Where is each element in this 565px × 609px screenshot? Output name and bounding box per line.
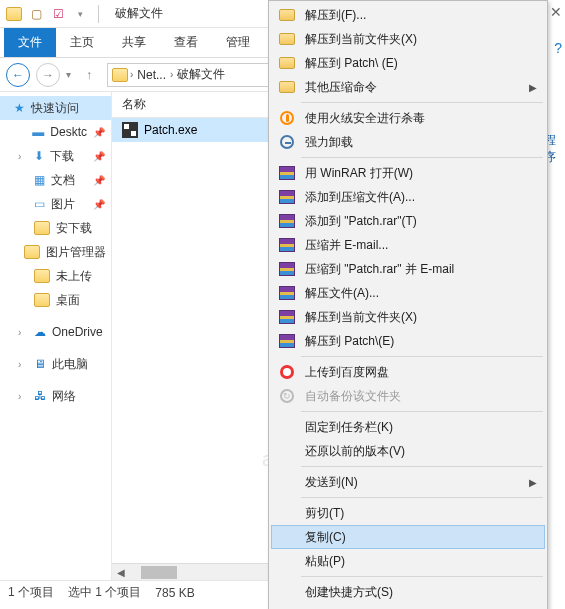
sidebar-quick-access[interactable]: ★ 快速访问 (0, 96, 111, 120)
tab-manage[interactable]: 管理 (212, 28, 264, 57)
sidebar-item-downloads[interactable]: ›⬇下载📌 (0, 144, 111, 168)
status-selected: 选中 1 个项目 (68, 584, 141, 601)
nav-up-button[interactable]: ↑ (77, 63, 101, 87)
ctx-force-uninstall[interactable]: 强力卸载 (271, 130, 545, 154)
breadcrumb-item[interactable]: 破解文件 (175, 66, 227, 83)
ctx-extract-here[interactable]: 解压到当前文件夹(X) (271, 27, 545, 51)
sidebar-onedrive[interactable]: ›☁OneDrive (0, 320, 111, 344)
folder-icon (112, 68, 128, 82)
sidebar-item-folder[interactable]: 安下载 (0, 216, 111, 240)
ctx-extract-patch[interactable]: 解压到 Patch\ (E) (271, 51, 545, 75)
pin-icon: 📌 (93, 151, 105, 162)
folder-icon (6, 6, 22, 22)
download-icon: ⬇ (34, 149, 44, 163)
qat-check-icon[interactable]: ☑ (50, 6, 66, 22)
chevron-right-icon[interactable]: › (18, 391, 28, 402)
chevron-right-icon: ▶ (529, 477, 537, 488)
ctx-pin-taskbar[interactable]: 固定到任务栏(K) (271, 415, 545, 439)
ctx-other-compress[interactable]: 其他压缩命令▶ (271, 75, 545, 99)
quick-access-toolbar: ▢ ☑ ▾ (0, 5, 109, 23)
scroll-left-arrow[interactable]: ◀ (112, 564, 129, 581)
ctx-separator (301, 466, 543, 467)
ctx-copy[interactable]: 复制(C) (271, 525, 545, 549)
ctx-add-archive[interactable]: 添加到压缩文件(A)... (271, 185, 545, 209)
tab-share[interactable]: 共享 (108, 28, 160, 57)
ctx-open-winrar[interactable]: 用 WinRAR 打开(W) (271, 161, 545, 185)
ctx-extract-patch2[interactable]: 解压到 Patch\(E) (271, 329, 545, 353)
chevron-right-icon: › (130, 69, 133, 80)
tab-file[interactable]: 文件 (4, 28, 56, 57)
chevron-right-icon: ▶ (529, 82, 537, 93)
ctx-add-patch-rar[interactable]: 添加到 "Patch.rar"(T) (271, 209, 545, 233)
tab-home[interactable]: 主页 (56, 28, 108, 57)
ctx-send-to[interactable]: 发送到(N)▶ (271, 470, 545, 494)
breadcrumb-item[interactable]: Net... (135, 68, 168, 82)
ctx-auto-backup: 自动备份该文件夹 (271, 384, 545, 408)
sidebar-thispc[interactable]: ›🖥此电脑 (0, 352, 111, 376)
picture-icon: ▭ (34, 197, 45, 211)
ctx-compress-patch-email[interactable]: 压缩到 "Patch.rar" 并 E-mail (271, 257, 545, 281)
ctx-compress-email[interactable]: 压缩并 E-mail... (271, 233, 545, 257)
ctx-paste[interactable]: 粘贴(P) (271, 549, 545, 573)
sidebar-item-documents[interactable]: ▦文档📌 (0, 168, 111, 192)
winrar-icon (279, 262, 295, 276)
folder-icon (34, 221, 50, 235)
document-icon: ▦ (34, 173, 45, 187)
winrar-icon (279, 334, 295, 348)
uninstall-icon (280, 135, 294, 149)
winrar-icon (279, 238, 295, 252)
winrar-icon (279, 166, 295, 180)
window-title: 破解文件 (109, 5, 169, 22)
ctx-huorong-scan[interactable]: 使用火绒安全进行杀毒 (271, 106, 545, 130)
ctx-separator (301, 102, 543, 103)
sidebar-item-folder[interactable]: 桌面 (0, 288, 111, 312)
sidebar-item-desktop[interactable]: ▬Desktc📌 (0, 120, 111, 144)
ctx-extract-here2[interactable]: 解压到当前文件夹(X) (271, 305, 545, 329)
chevron-right-icon[interactable]: › (18, 151, 28, 162)
winrar-icon (279, 214, 295, 228)
folder-icon (34, 293, 50, 307)
sidebar-item-folder[interactable]: 未上传 (0, 264, 111, 288)
ctx-separator (301, 356, 543, 357)
winrar-icon (279, 310, 295, 324)
folder-icon (279, 33, 295, 45)
sidebar-item-folder[interactable]: 图片管理器 (0, 240, 111, 264)
close-icon[interactable]: ✕ (550, 4, 562, 20)
ctx-extract-files[interactable]: 解压文件(A)... (271, 281, 545, 305)
star-icon: ★ (14, 101, 25, 115)
nav-forward-button[interactable]: → (36, 63, 60, 87)
nav-sidebar: ★ 快速访问 ▬Desktc📌 ›⬇下载📌 ▦文档📌 ▭图片📌 安下载 图片管理… (0, 92, 112, 580)
ctx-delete[interactable]: 删除(D) (271, 604, 545, 609)
folder-icon (24, 245, 40, 259)
folder-icon (279, 57, 295, 69)
cloud-icon: ☁ (34, 325, 46, 339)
status-size: 785 KB (155, 586, 194, 600)
sidebar-item-pictures[interactable]: ▭图片📌 (0, 192, 111, 216)
nav-back-button[interactable]: ← (6, 63, 30, 87)
winrar-icon (279, 190, 295, 204)
ctx-extract-to[interactable]: 解压到(F)... (271, 3, 545, 27)
sync-icon (280, 389, 294, 403)
pin-icon: 📌 (93, 199, 105, 210)
exe-icon (122, 122, 138, 138)
tab-view[interactable]: 查看 (160, 28, 212, 57)
chevron-right-icon[interactable]: › (18, 359, 28, 370)
chevron-right-icon[interactable]: › (18, 327, 28, 338)
pc-icon: 🖥 (34, 357, 46, 371)
status-count: 1 个项目 (8, 584, 54, 601)
scroll-thumb[interactable] (141, 566, 177, 579)
ctx-cut[interactable]: 剪切(T) (271, 501, 545, 525)
qat-dropdown-icon[interactable]: ▾ (72, 6, 88, 22)
ctx-restore-prev[interactable]: 还原以前的版本(V) (271, 439, 545, 463)
ctx-separator (301, 497, 543, 498)
sidebar-network[interactable]: ›🖧网络 (0, 384, 111, 408)
help-icon[interactable]: ? (554, 40, 562, 56)
folder-icon (279, 9, 295, 21)
ctx-separator (301, 157, 543, 158)
ctx-create-shortcut[interactable]: 创建快捷方式(S) (271, 580, 545, 604)
ctx-upload-baidu[interactable]: 上传到百度网盘 (271, 360, 545, 384)
chevron-right-icon: › (170, 69, 173, 80)
qat-item[interactable]: ▢ (28, 6, 44, 22)
network-icon: 🖧 (34, 389, 46, 403)
nav-history-dropdown[interactable]: ▾ (66, 69, 71, 80)
